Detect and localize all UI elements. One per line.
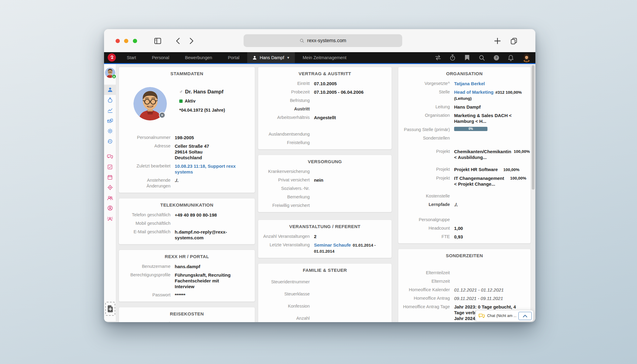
scrollbar-thumb[interactable] [532, 65, 534, 190]
card-title: VERSORGUNG [262, 158, 387, 167]
address-bar[interactable]: rexx-systems.com [244, 34, 402, 47]
close-window-button[interactable] [116, 39, 120, 43]
field-value: hans.dampf [175, 264, 251, 269]
scrollbar[interactable] [532, 65, 534, 320]
field-label: Mobil geschäftlich [123, 221, 175, 226]
field-value [314, 98, 387, 103]
field-value [314, 315, 387, 322]
field-row: Elternzeit [403, 277, 526, 285]
field-value [314, 291, 387, 297]
card-reisekosten: REISEKOSTEN RK Vorgesetzte^Tatjana Berke… [119, 307, 255, 322]
nav-item-start[interactable]: Start [119, 52, 144, 63]
card-title: REXX HR / PORTAL [123, 253, 251, 262]
field-value: Tatjana Berkel [175, 321, 251, 322]
sidebar [104, 64, 116, 321]
field-row: FTE0,93 [403, 232, 526, 241]
field-row: Krankenversicherung [262, 167, 387, 176]
field-row: Elternteilzeit [403, 268, 526, 277]
mail-icon[interactable] [104, 116, 116, 126]
field-row: Passung Stelle (primär)0% [403, 125, 526, 134]
tabs-overview-icon[interactable] [509, 36, 519, 46]
nav-item-current-user[interactable]: Hans Dampf ▼ [247, 52, 295, 63]
field-label: Adresse [123, 143, 175, 160]
field-label: Personalgruppe [403, 217, 454, 223]
bell-icon[interactable] [507, 54, 514, 61]
field-label: Konfession [262, 303, 314, 309]
field-value [314, 194, 387, 200]
history-icon[interactable] [104, 136, 116, 147]
chat-collapse-button[interactable] [518, 312, 532, 320]
gear-icon[interactable] [104, 126, 116, 136]
field-value-line: Führungskraft, Recruiting Fachentscheide… [175, 272, 251, 284]
nav-item-portal[interactable]: Portal [220, 52, 247, 63]
card-title: VERTRAG & AUSTRITT [262, 70, 387, 79]
field-row: Personalgruppe [403, 215, 526, 224]
remove-photo-icon[interactable]: ✕ [159, 112, 165, 118]
users-icon[interactable] [104, 193, 116, 203]
user-circle-icon[interactable] [104, 203, 116, 213]
chart-icon[interactable] [104, 105, 116, 116]
nav-item-personal[interactable]: Personal [144, 52, 177, 63]
field-value: 0,93 [454, 234, 526, 240]
field-label: E-Mail geschäftlich [123, 229, 175, 241]
field-row: ArbeitsverhältnisAngestellt [262, 113, 387, 122]
profile-avatar[interactable] [105, 64, 115, 78]
timer-icon[interactable] [449, 54, 456, 61]
field-link[interactable]: Tatjana Berkel [454, 81, 485, 86]
row-spacer [403, 188, 526, 192]
minimize-window-button[interactable] [124, 39, 128, 43]
help-icon[interactable]: ? [493, 54, 500, 61]
target-icon[interactable] [104, 182, 116, 193]
nav-item-bewerbungen[interactable]: Bewerbungen [177, 52, 220, 63]
field-row: Anzahl Veranstaltungen2 [262, 232, 387, 241]
user-avatar[interactable] [522, 53, 531, 62]
card-familie-steuer: FAMILIE & STEUER SteueridentnummerSteuer… [258, 263, 392, 322]
field-label: Anzahl Kinderfreibeträge [262, 315, 314, 322]
rexx-logo[interactable] [108, 53, 116, 62]
calendar-icon[interactable] [104, 172, 116, 182]
bookmark-icon[interactable] [464, 54, 470, 61]
field-link[interactable]: Seminar Schaufe [314, 242, 351, 248]
field-label: Elternzeit [403, 278, 454, 284]
team-icon[interactable] [104, 213, 116, 224]
field-value-line: Interview [175, 284, 251, 289]
field-value: ****** [175, 292, 251, 298]
field-link[interactable]: 10.08.23 11:18, Support rexx systems [175, 163, 236, 174]
user-icon[interactable] [104, 85, 116, 95]
field-label: Arbeitsverhältnis [262, 115, 314, 120]
field-value: Führungskraft, Recruiting Fachentscheide… [175, 272, 251, 289]
card-rexx-hr-portal: REXX HR / PORTAL Benutzernamehans.dampfB… [119, 250, 255, 302]
field-row: Auslandsentsendung [262, 130, 387, 138]
add-document-icon[interactable] [105, 302, 115, 316]
field-value: ./. [175, 177, 251, 189]
nav-item-zeitmanagement[interactable]: Mein Zeitmanagement [295, 52, 354, 63]
field-row: Bemerkung [262, 193, 387, 201]
forward-icon[interactable] [187, 36, 197, 46]
zoom-window-button[interactable] [133, 39, 137, 43]
search-icon[interactable] [478, 54, 485, 61]
field-label: Elternteilzeit [403, 270, 454, 276]
field-row: Homeoffice Antrag09.11.2021 - 09.11.2021 [403, 294, 526, 302]
field-label: Freiwillig versichert [262, 203, 314, 208]
moneybag-icon[interactable] [104, 95, 116, 105]
field-row: Sonderstellen [403, 134, 526, 142]
field-link[interactable]: Head of Marketing [454, 89, 494, 95]
field-row: Zuletzt bearbeitet10.08.23 11:18, Suppor… [123, 162, 251, 176]
field-label: Benutzername [123, 264, 175, 269]
field-value: 0% [454, 127, 526, 133]
field-row: ProjektChemikanten/Chemikantin < Ausbild… [403, 147, 526, 161]
status-badge: Aktiv [179, 99, 195, 103]
field-row: Kostenstelle [403, 192, 526, 200]
back-icon[interactable] [173, 36, 183, 46]
page-content: STAMMDATEN ✕ ♂ Dr. Hans Dampf Aktiv [104, 64, 535, 321]
chat-icon[interactable] [104, 151, 116, 162]
new-tab-icon[interactable] [492, 36, 503, 46]
search-icon [300, 39, 304, 43]
swap-icon[interactable] [435, 54, 441, 61]
chat-widget[interactable]: Chat (Nicht am ... [475, 310, 534, 322]
field-label: Lernpfade [403, 202, 454, 207]
status-green-square [179, 99, 183, 103]
sidebar-toggle-icon[interactable] [153, 36, 163, 46]
task-check-icon[interactable] [104, 162, 116, 172]
field-value: 198-2005 [175, 135, 251, 140]
